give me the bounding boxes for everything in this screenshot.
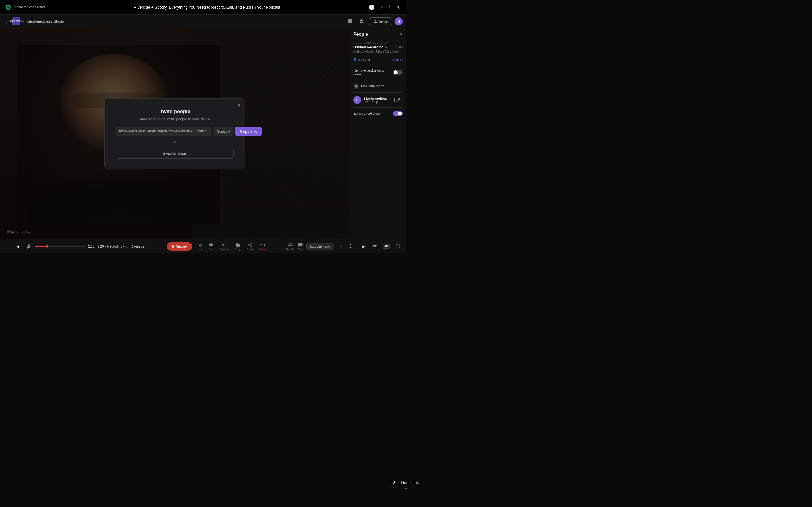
- mic-icon[interactable]: 🎤: [396, 98, 400, 102]
- remove-noise-label: Remove background noise: [353, 68, 393, 76]
- progress-fill: [35, 246, 47, 247]
- modal-close-btn[interactable]: ✕: [237, 103, 241, 108]
- progress-dot: [46, 245, 49, 247]
- banner-close-btn[interactable]: ✕: [396, 4, 400, 10]
- settings-icon-btn[interactable]: [357, 17, 366, 26]
- speaker-label: Speaker: [220, 248, 229, 251]
- panel-invite-btn[interactable]: + Invite: [393, 58, 403, 61]
- nav-separator: /: [23, 19, 24, 24]
- settings-quality-btn[interactable]: 4K: [382, 242, 390, 250]
- edit-icon[interactable]: ✎: [385, 46, 387, 49]
- remove-noise-toggle[interactable]: [393, 70, 403, 75]
- remove-noise-row: Remove background noise: [353, 68, 403, 76]
- record-label: Record: [175, 244, 187, 248]
- leave-label: Leave: [259, 248, 266, 251]
- recording-overview-section: RECORDING OVERVIEW Untitled Recording ✎ …: [353, 41, 403, 53]
- share-icon[interactable]: ↗: [380, 4, 384, 10]
- share-label: Share: [247, 248, 254, 251]
- modal-overlay[interactable]: ✕ Invite people Share this link to invit…: [0, 28, 350, 239]
- bottom-right-controls: People Chat Autoplay is on 〜 ⛶ ▶ CC 4K ⛶: [287, 242, 402, 251]
- expand-btn[interactable]: ⛶: [349, 242, 356, 250]
- user-avatar[interactable]: S: [395, 17, 403, 25]
- pause-btn[interactable]: ⏸: [4, 242, 12, 250]
- guest-dropdown[interactable]: Guest ▾: [214, 127, 233, 136]
- modal-or-text: or: [116, 140, 234, 144]
- bottom-controls: ⏸ ⏭ 🔊 2:16 / 9:26 • Recording with River…: [0, 239, 406, 253]
- nav-back-btn[interactable]: ‹: [3, 17, 10, 25]
- recording-time: 00:00: [395, 46, 403, 49]
- modal-title: Invite people: [116, 109, 234, 115]
- person-chevron-icon[interactable]: ›: [402, 98, 403, 102]
- section-label: RECORDING OVERVIEW: [353, 41, 403, 44]
- waveform-icon-btn[interactable]: 〜: [337, 242, 345, 250]
- nav-bar: ‹ RIVERSIDE / stephenrobles's Studio Inv…: [0, 15, 406, 28]
- chat-btn[interactable]: Chat: [298, 242, 303, 251]
- nav-logo-area: RIVERSIDE: [12, 17, 20, 25]
- autoplay-badge: Autoplay is on: [306, 243, 334, 250]
- person-row: S Stephenrobles Host · 720p ▐ 🎤 ›: [353, 96, 403, 104]
- chat-icon-btn[interactable]: [345, 17, 354, 26]
- spotify-logo: Spotify for Podcasters: [6, 5, 45, 10]
- people-label: People: [287, 248, 294, 251]
- divider-4: [353, 107, 403, 108]
- quality-badge: 4K: [383, 244, 390, 249]
- divider-1: [353, 65, 403, 65]
- fullscreen-btn[interactable]: ⛶: [394, 242, 402, 250]
- play-icon-btn[interactable]: ▶: [360, 242, 368, 250]
- person-role: Host · 720p: [363, 101, 390, 104]
- copy-link-btn[interactable]: Copy link: [235, 127, 262, 136]
- person-controls: ▐ 🎤 ›: [393, 98, 403, 102]
- leave-btn[interactable]: Leave: [259, 242, 266, 251]
- divider-2: [353, 80, 403, 80]
- script-label: Script: [235, 248, 241, 251]
- record-dot: [172, 245, 174, 247]
- clock-icon[interactable]: 🕐: [368, 4, 375, 10]
- invite-section: 👤 Just you + Invite: [353, 58, 403, 61]
- echo-cancellation-toggle[interactable]: [393, 111, 403, 116]
- echo-cancellation-label: Echo cancellation: [353, 112, 380, 115]
- low-data-row[interactable]: Low data mode ›: [353, 83, 403, 89]
- invite-icon: +: [393, 58, 394, 61]
- time-display: 2:16 / 9:26 • Recording with Riverside ›: [88, 244, 147, 248]
- spotify-icon: [6, 5, 11, 10]
- record-btn[interactable]: Record: [167, 242, 192, 251]
- invite-modal: ✕ Invite people Share this link to invit…: [104, 98, 245, 169]
- low-data-label: Low data mode: [361, 84, 399, 88]
- invite-link-text: https://riverside.fm/studio/stephenroble…: [119, 129, 208, 133]
- invite-link-input[interactable]: https://riverside.fm/studio/stephenroble…: [116, 127, 211, 136]
- invite-button[interactable]: Invite: [369, 17, 392, 25]
- cam-btn[interactable]: Cam: [209, 242, 214, 251]
- recording-name-row: Untitled Recording ✎ 00:00: [353, 45, 403, 49]
- mic-label: Mic: [199, 248, 202, 251]
- invite-email-btn[interactable]: Invite by email: [116, 148, 234, 159]
- cam-label: Cam: [209, 248, 214, 251]
- share-btn[interactable]: Share: [247, 242, 254, 251]
- cc-btn[interactable]: CC: [371, 242, 379, 250]
- invite-label: Invite: [379, 19, 388, 23]
- playback-controls: ⏸ ⏭ 🔊 2:16 / 9:26 • Recording with River…: [4, 242, 147, 250]
- info-icon[interactable]: ℹ: [389, 4, 391, 10]
- low-data-icon: [353, 83, 359, 89]
- autoplay-text: Autoplay is on: [310, 244, 331, 248]
- panel-close-btn[interactable]: ✕: [399, 32, 403, 37]
- progress-bar[interactable]: [35, 246, 86, 247]
- next-btn[interactable]: ⏭: [15, 242, 22, 250]
- studio-name: stephenrobles's Studio: [27, 19, 64, 23]
- recording-quality: Audio & Video · 720p (720p live): [353, 50, 403, 53]
- person-name: Stephenrobles: [363, 97, 390, 101]
- mic-level-icon[interactable]: ▐: [393, 98, 395, 102]
- riverside-logo: RIVERSIDE: [12, 17, 20, 25]
- person-info: Stephenrobles Host · 720p: [363, 97, 390, 104]
- nav-right-area: Invite S: [345, 17, 403, 26]
- modal-link-row: https://riverside.fm/studio/stephenroble…: [116, 127, 234, 136]
- script-btn[interactable]: Script: [235, 242, 241, 251]
- speaker-btn[interactable]: Speaker: [220, 242, 229, 251]
- main-controls: Record Mic Cam Speaker Script Share Leav…: [167, 242, 266, 251]
- guest-label: Guest: [217, 129, 227, 133]
- recording-name: Untitled Recording: [353, 45, 384, 49]
- banner-icons: 🕐 ↗ ℹ ✕: [368, 4, 400, 10]
- mic-btn[interactable]: Mic: [198, 242, 203, 251]
- people-btn[interactable]: People: [287, 242, 294, 251]
- low-data-chevron-icon: ›: [402, 84, 403, 88]
- volume-btn[interactable]: 🔊: [25, 242, 33, 250]
